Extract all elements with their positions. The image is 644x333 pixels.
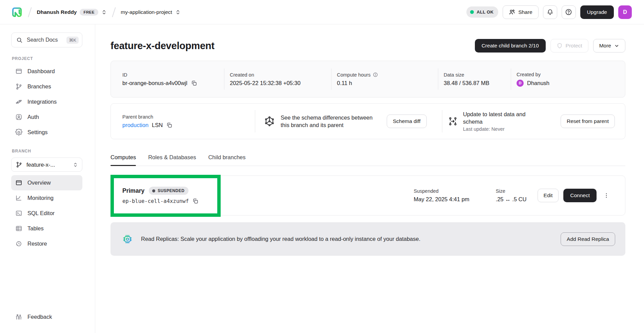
- create-child-branch-button[interactable]: Create child branch 2/10: [475, 39, 546, 53]
- status-badge: SUSPENDED: [149, 187, 188, 195]
- search-docs-button[interactable]: Search Docs ⌘K: [11, 33, 82, 47]
- sidebar-item-sql-editor[interactable]: SQL Editor: [11, 206, 82, 221]
- terminal-icon: [15, 210, 22, 217]
- endpoint-id: ep-blue-cell-a4xzunwf: [122, 198, 189, 204]
- copy-icon[interactable]: [191, 80, 197, 86]
- chevron-down-icon: [614, 43, 619, 48]
- copy-icon[interactable]: [166, 122, 173, 128]
- more-button[interactable]: More: [593, 39, 625, 53]
- reset-description: Update to latest data and schema: [463, 111, 541, 125]
- sidebar-item-dashboard[interactable]: Dashboard: [11, 64, 82, 79]
- sidebar-item-auth[interactable]: Auth: [11, 109, 82, 125]
- branch-section-label: BRANCH: [12, 149, 83, 153]
- status-pill[interactable]: ALL OK: [466, 6, 498, 18]
- add-read-replica-button[interactable]: Add Read Replica: [561, 232, 615, 246]
- status-ok-dot: [470, 10, 474, 14]
- bell-icon: [547, 9, 554, 16]
- upgrade-button[interactable]: Upgrade: [580, 5, 614, 19]
- suspended-time: May 22, 2025 4:41 pm: [414, 196, 469, 203]
- overview-icon: [15, 179, 22, 186]
- created-on-label: Created on: [230, 72, 331, 78]
- page-title: feature-x-development: [110, 40, 215, 51]
- sidebar: Search Docs ⌘K PROJECT Dashboard Branche…: [0, 24, 95, 333]
- protect-button[interactable]: Protect: [550, 39, 588, 53]
- tab-roles-databases[interactable]: Roles & Databases: [148, 154, 196, 166]
- sidebar-item-tables[interactable]: Tables: [11, 221, 82, 236]
- sidebar-item-restore[interactable]: Restore: [11, 236, 82, 251]
- project-name: my-application-project: [121, 9, 172, 15]
- copy-icon[interactable]: [192, 198, 199, 204]
- compute-menu-button[interactable]: [601, 189, 611, 202]
- sidebar-item-overview[interactable]: Overview: [11, 175, 82, 190]
- auth-user-icon: [15, 113, 22, 121]
- parent-branch-link[interactable]: production: [122, 122, 148, 128]
- sort-chevrons-icon: [73, 162, 78, 167]
- size-value: .25 ↔ .5 CU: [496, 196, 527, 203]
- user-avatar[interactable]: D: [618, 5, 632, 19]
- history-clock-icon: [15, 240, 22, 247]
- read-replica-banner: Read Replicas: Scale your application by…: [110, 222, 625, 256]
- tab-child-branches[interactable]: Child branches: [208, 154, 245, 166]
- chip-icon: [122, 234, 133, 245]
- read-replica-text: Read Replicas: Scale your application by…: [141, 236, 420, 242]
- table-icon: [15, 225, 22, 232]
- parent-branch-label: Parent branch: [122, 114, 255, 120]
- info-icon[interactable]: [373, 72, 378, 77]
- branch-selector[interactable]: feature-x-...: [11, 158, 82, 172]
- connect-button[interactable]: Connect: [563, 189, 597, 202]
- main-content: feature-x-development Create child branc…: [95, 24, 644, 333]
- compute-row: Primary SUSPENDED ep-blue-cell-a4xzunwf …: [110, 175, 625, 215]
- org-name: Dhanush Reddy: [37, 9, 77, 15]
- breadcrumb-divider: [28, 7, 32, 17]
- feedback-button[interactable]: Feedback: [11, 309, 82, 324]
- created-by-label: Created by: [517, 72, 625, 77]
- branch-tabs: Computes Roles & Databases Child branche…: [110, 154, 625, 166]
- reset-from-parent-button[interactable]: Reset from parent: [561, 115, 615, 128]
- parent-branch-card: Parent branch production LSN See the sch…: [110, 103, 625, 139]
- sidebar-item-branches[interactable]: Branches: [11, 79, 82, 94]
- branch-icon: [16, 161, 22, 168]
- sort-chevrons-icon: [175, 9, 181, 15]
- compute-hours-value: 0.11 h: [337, 80, 352, 86]
- top-header: Dhanush Reddy FREE my-application-projec…: [0, 0, 644, 24]
- people-icon: [509, 9, 515, 15]
- help-button[interactable]: [562, 5, 576, 19]
- size-label: Size: [496, 188, 538, 194]
- shortcut-badge: ⌘K: [66, 37, 79, 44]
- shield-icon: [557, 43, 563, 49]
- compute-hours-label: Compute hours: [337, 72, 370, 78]
- branch-info-card: ID br-orange-bonus-a4v00wjl Created on 2…: [110, 61, 625, 98]
- project-switcher[interactable]: my-application-project: [121, 9, 181, 15]
- search-icon: [16, 37, 23, 43]
- compute-name: Primary: [122, 187, 144, 194]
- share-button[interactable]: Share: [503, 5, 538, 19]
- sidebar-item-integrations[interactable]: Integrations: [11, 94, 82, 109]
- project-nav: Dashboard Branches Integrations Auth Set…: [11, 64, 83, 140]
- sidebar-item-monitoring[interactable]: Monitoring: [11, 190, 82, 206]
- tab-computes[interactable]: Computes: [110, 154, 136, 166]
- suspended-dot: [152, 189, 155, 192]
- schema-diff-button[interactable]: Schema diff: [387, 115, 427, 128]
- edit-button[interactable]: Edit: [538, 189, 559, 202]
- kebab-icon: [603, 192, 609, 199]
- notifications-button[interactable]: [543, 5, 557, 19]
- id-label: ID: [122, 72, 224, 78]
- branch-nav: Overview Monitoring SQL Editor Tables Re…: [11, 175, 83, 251]
- integrations-icon: [15, 98, 22, 105]
- data-size-label: Data size: [444, 72, 511, 78]
- suspended-label: Suspended: [414, 188, 496, 194]
- created-by-value: Dhanush: [527, 80, 549, 86]
- feedback-people-icon: [15, 313, 22, 320]
- status-label: ALL OK: [477, 9, 494, 15]
- sidebar-item-settings[interactable]: Settings: [11, 125, 82, 140]
- creator-avatar: D: [517, 80, 524, 87]
- lsn-label: LSN: [152, 122, 163, 128]
- org-switcher[interactable]: Dhanush Reddy FREE: [37, 9, 107, 16]
- project-section-label: PROJECT: [12, 56, 83, 61]
- plan-badge: FREE: [80, 9, 98, 16]
- dashboard-icon: [15, 68, 22, 75]
- schema-diff-description: See the schema differences between this …: [281, 114, 379, 129]
- breadcrumb-divider: [112, 7, 116, 17]
- neon-logo[interactable]: [11, 6, 23, 18]
- reset-merge-icon: [448, 116, 458, 126]
